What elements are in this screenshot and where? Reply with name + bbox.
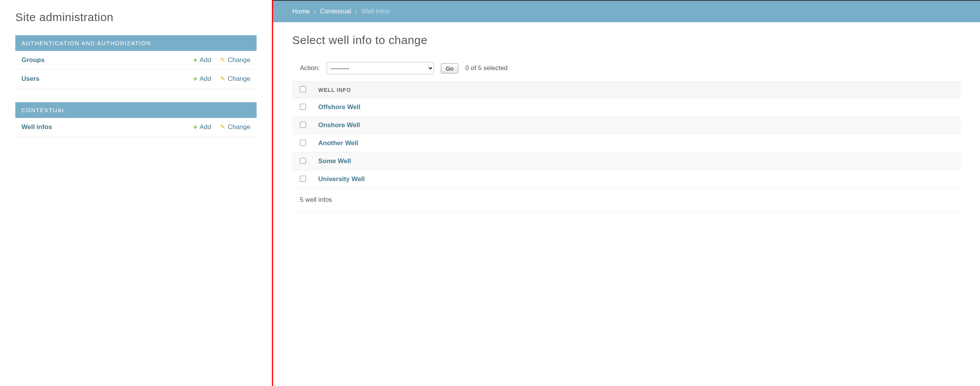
- breadcrumb-sep: ›: [311, 8, 318, 15]
- module-row-groups: Groups + Add ✎ Change: [15, 51, 257, 70]
- pencil-icon: ✎: [220, 57, 225, 63]
- add-label: Add: [200, 56, 211, 64]
- item-link[interactable]: Some Well: [318, 157, 351, 165]
- table-row: Another Well: [292, 134, 961, 152]
- add-link-users[interactable]: + Add: [193, 75, 211, 83]
- plus-icon: +: [193, 57, 198, 64]
- change-link-well-infos[interactable]: ✎ Change: [220, 123, 250, 131]
- module-row-users: Users + Add ✎ Change: [15, 70, 257, 88]
- table-row: University Well: [292, 170, 961, 188]
- pencil-icon: ✎: [220, 124, 225, 130]
- change-label: Change: [227, 123, 250, 131]
- module-auth: AUTHENTICATION AND AUTHORIZATION Groups …: [15, 35, 257, 88]
- breadcrumb-current: Well infos: [362, 8, 389, 15]
- change-label: Change: [227, 56, 250, 64]
- actions-row: Action: --------- Go 0 of 5 selected: [292, 58, 961, 78]
- change-label: Change: [227, 75, 250, 83]
- go-button[interactable]: Go: [441, 63, 458, 74]
- pencil-icon: ✎: [220, 76, 225, 82]
- add-label: Add: [200, 123, 211, 131]
- row-checkbox[interactable]: [300, 104, 306, 110]
- item-link[interactable]: Onshore Well: [318, 121, 360, 129]
- model-link-well-infos[interactable]: Well infos: [21, 123, 193, 131]
- breadcrumb-sep: ›: [353, 8, 360, 15]
- item-link[interactable]: Offshore Well: [318, 103, 360, 111]
- table-row: Onshore Well: [292, 116, 961, 134]
- select-all-checkbox[interactable]: [300, 86, 306, 92]
- module-contextual: CONTEXTUAL Well infos + Add ✎ Change: [15, 102, 257, 137]
- changelist-panel: Home › Contextual › Well infos Select we…: [273, 0, 980, 386]
- module-actions: + Add ✎ Change: [193, 75, 250, 83]
- site-admin-panel: Site administration AUTHENTICATION AND A…: [0, 0, 272, 386]
- action-select[interactable]: ---------: [327, 62, 434, 74]
- module-actions: + Add ✎ Change: [193, 56, 250, 64]
- module-actions: + Add ✎ Change: [193, 123, 250, 131]
- model-link-groups[interactable]: Groups: [21, 56, 193, 64]
- breadcrumb-home[interactable]: Home: [292, 8, 309, 15]
- action-label: Action:: [300, 64, 320, 72]
- results-header: WELL INFO: [292, 82, 961, 98]
- row-checkbox[interactable]: [300, 158, 306, 164]
- row-checkbox[interactable]: [300, 176, 306, 182]
- add-label: Add: [200, 75, 211, 83]
- change-link-users[interactable]: ✎ Change: [220, 75, 250, 83]
- page-title: Site administration: [15, 11, 257, 24]
- result-count: 5 well infos: [292, 188, 961, 212]
- breadcrumb: Home › Contextual › Well infos: [273, 0, 980, 22]
- results-table: WELL INFO Offshore Well Onshore Well: [292, 81, 961, 188]
- item-link[interactable]: Another Well: [318, 139, 358, 147]
- add-link-well-infos[interactable]: + Add: [193, 123, 211, 131]
- module-row-well-infos: Well infos + Add ✎ Change: [15, 118, 257, 137]
- selection-counter: 0 of 5 selected: [465, 64, 508, 72]
- item-link[interactable]: University Well: [318, 175, 365, 183]
- add-link-groups[interactable]: + Add: [193, 56, 211, 64]
- column-header-well-info[interactable]: WELL INFO: [318, 87, 351, 93]
- table-row: Some Well: [292, 152, 961, 170]
- table-row: Offshore Well: [292, 98, 961, 116]
- row-checkbox[interactable]: [300, 122, 306, 128]
- plus-icon: +: [193, 124, 198, 131]
- change-link-groups[interactable]: ✎ Change: [220, 56, 250, 64]
- row-checkbox[interactable]: [300, 140, 306, 146]
- model-link-users[interactable]: Users: [21, 75, 193, 83]
- module-header-contextual: CONTEXTUAL: [15, 102, 257, 118]
- plus-icon: +: [193, 75, 198, 82]
- breadcrumb-section[interactable]: Contextual: [320, 8, 351, 15]
- module-header-auth: AUTHENTICATION AND AUTHORIZATION: [15, 35, 257, 51]
- changelist-title: Select well info to change: [292, 34, 961, 47]
